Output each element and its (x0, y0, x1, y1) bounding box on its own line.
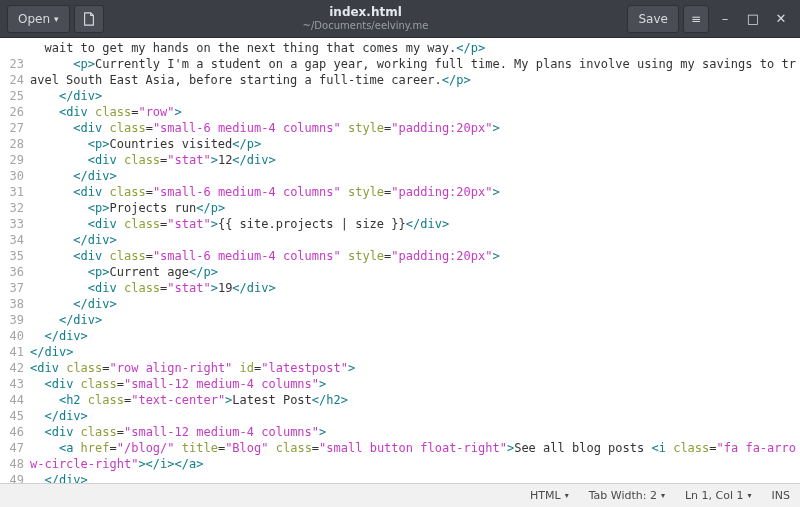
line-number: 34 (0, 232, 24, 248)
code-line[interactable]: <div class="stat">12</div> (30, 152, 800, 168)
header-bar: Open ▾ index.html ~/Documents/eelviny.me… (0, 0, 800, 38)
line-number: 35 (0, 248, 24, 264)
line-number: 27 (0, 120, 24, 136)
maximize-button[interactable]: □ (740, 6, 766, 32)
line-number: 45 (0, 408, 24, 424)
line-number: 46 (0, 424, 24, 440)
code-line[interactable]: <h2 class="text-center">Latest Post</h2> (30, 392, 800, 408)
cursor-label: Ln 1, Col 1 (685, 489, 744, 502)
line-gutter: 2324252627282930313233343536373839404142… (0, 38, 28, 483)
chevron-down-icon: ▾ (661, 491, 665, 500)
code-line[interactable]: <div class="small-6 medium-4 columns" st… (30, 184, 800, 200)
save-button[interactable]: Save (627, 5, 678, 33)
maximize-icon: □ (747, 11, 759, 26)
new-tab-button[interactable] (74, 5, 104, 33)
line-number: 32 (0, 200, 24, 216)
code-line[interactable]: </div> (30, 168, 800, 184)
code-content[interactable]: wait to get my hands on the next thing t… (28, 38, 800, 483)
code-line[interactable]: <a href="/blog/" title="Blog" class="sma… (30, 440, 800, 472)
code-line[interactable]: <p>Currently I'm a student on a gap year… (30, 56, 800, 88)
code-line[interactable]: <div class="row"> (30, 104, 800, 120)
chevron-down-icon: ▾ (565, 491, 569, 500)
line-number (0, 40, 24, 56)
close-icon: ✕ (776, 11, 787, 26)
line-number: 29 (0, 152, 24, 168)
file-name: index.html (106, 5, 626, 19)
minimize-button[interactable]: – (712, 6, 738, 32)
hamburger-icon: ≡ (691, 12, 701, 26)
code-line[interactable]: <div class="small-12 medium-4 columns"> (30, 376, 800, 392)
minimize-icon: – (722, 11, 729, 26)
cursor-position[interactable]: Ln 1, Col 1 ▾ (685, 489, 752, 502)
code-line[interactable]: </div> (30, 328, 800, 344)
code-line[interactable]: </div> (30, 472, 800, 483)
code-line[interactable]: <p>Current age</p> (30, 264, 800, 280)
line-number: 40 (0, 328, 24, 344)
editor-area[interactable]: 2324252627282930313233343536373839404142… (0, 38, 800, 483)
line-number: 49 (0, 472, 24, 483)
line-number: 43 (0, 376, 24, 392)
code-line[interactable]: <div class="small-6 medium-4 columns" st… (30, 120, 800, 136)
title-area: index.html ~/Documents/eelviny.me (106, 5, 626, 31)
language-label: HTML (530, 489, 561, 502)
line-number: 41 (0, 344, 24, 360)
line-number: 36 (0, 264, 24, 280)
code-line[interactable]: <p>Projects run</p> (30, 200, 800, 216)
line-number: 33 (0, 216, 24, 232)
line-number: 24 (0, 72, 24, 88)
insert-mode[interactable]: INS (772, 489, 790, 502)
line-number: 23 (0, 56, 24, 72)
line-number: 37 (0, 280, 24, 296)
tab-width-label: Tab Width: 2 (589, 489, 657, 502)
line-number: 28 (0, 136, 24, 152)
line-number: 31 (0, 184, 24, 200)
line-number: 38 (0, 296, 24, 312)
code-line[interactable]: <div class="row align-right" id="latestp… (30, 360, 800, 376)
open-button-label: Open (18, 12, 50, 26)
code-line[interactable]: </div> (30, 232, 800, 248)
code-line[interactable]: <div class="small-6 medium-4 columns" st… (30, 248, 800, 264)
code-line[interactable]: <div class="stat">19</div> (30, 280, 800, 296)
code-line[interactable]: </div> (30, 312, 800, 328)
menu-button[interactable]: ≡ (683, 5, 709, 33)
chevron-down-icon: ▾ (54, 14, 59, 24)
code-line[interactable]: </div> (30, 408, 800, 424)
status-bar: HTML ▾ Tab Width: 2 ▾ Ln 1, Col 1 ▾ INS (0, 483, 800, 507)
code-line[interactable]: </div> (30, 88, 800, 104)
chevron-down-icon: ▾ (748, 491, 752, 500)
line-number: 30 (0, 168, 24, 184)
code-line[interactable]: </div> (30, 344, 800, 360)
line-number: 42 (0, 360, 24, 376)
code-line[interactable]: <p>Countries visited</p> (30, 136, 800, 152)
tab-width-selector[interactable]: Tab Width: 2 ▾ (589, 489, 665, 502)
line-number: 47 (0, 440, 24, 456)
line-number: 39 (0, 312, 24, 328)
language-selector[interactable]: HTML ▾ (530, 489, 569, 502)
line-number: 48 (0, 456, 24, 472)
close-button[interactable]: ✕ (768, 6, 794, 32)
mode-label: INS (772, 489, 790, 502)
code-line[interactable]: <div class="small-12 medium-4 columns"> (30, 424, 800, 440)
line-number: 44 (0, 392, 24, 408)
open-button[interactable]: Open ▾ (7, 5, 70, 33)
line-number: 25 (0, 88, 24, 104)
new-document-icon (82, 12, 96, 26)
code-line[interactable]: </div> (30, 296, 800, 312)
save-button-label: Save (638, 12, 667, 26)
line-number: 26 (0, 104, 24, 120)
code-line[interactable]: wait to get my hands on the next thing t… (30, 40, 800, 56)
code-line[interactable]: <div class="stat">{{ site.projects | siz… (30, 216, 800, 232)
file-path: ~/Documents/eelviny.me (106, 20, 626, 32)
